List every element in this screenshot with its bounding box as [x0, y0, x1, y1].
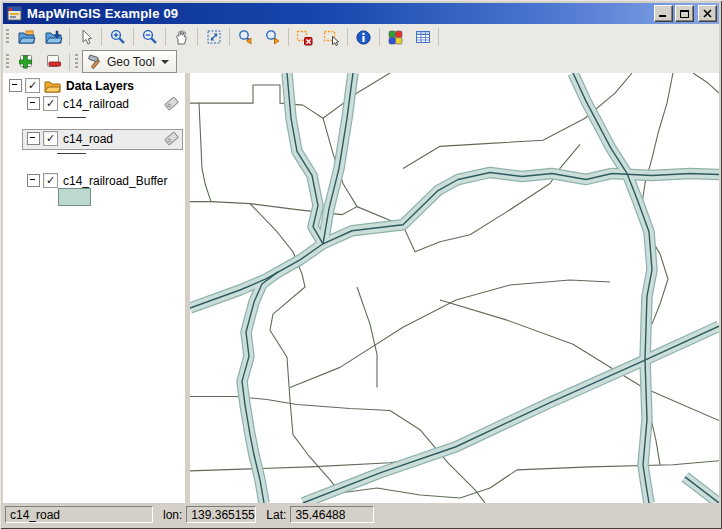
layers-tree-panel: ✓ Data Layers ✓ c14_railroad [3, 73, 185, 503]
tag-icon[interactable] [164, 131, 179, 146]
attribute-table-icon [415, 30, 431, 44]
main-toolbar [3, 24, 719, 51]
pan-button[interactable] [168, 26, 195, 48]
toolbar-separator [69, 28, 70, 46]
add-layer-button[interactable] [13, 51, 40, 73]
zoom-full-extent-icon [206, 29, 222, 45]
layer-label[interactable]: c14_railroad [63, 97, 129, 111]
toolbar-separator [69, 53, 70, 71]
close-button[interactable] [698, 5, 717, 22]
zoom-in-icon [110, 29, 126, 45]
layer-row-railroad-buffer[interactable]: ✓ c14_railroad_Buffer [27, 172, 183, 189]
chevron-down-icon [161, 60, 169, 64]
folder-icon [44, 79, 61, 93]
title-bar[interactable]: MapWinGIS Example 09 [3, 3, 719, 24]
toolbar-separator [197, 28, 198, 46]
toolbar-separator [347, 28, 348, 46]
toolbar-grip[interactable] [75, 54, 78, 70]
clear-selection-button[interactable] [291, 26, 318, 48]
app-window: MapWinGIS Example 09 [0, 0, 722, 529]
minimize-button[interactable] [654, 5, 673, 22]
pan-hand-icon [174, 29, 189, 45]
select-by-box-icon [323, 29, 340, 46]
zoom-full-extent-button[interactable] [200, 26, 227, 48]
remove-layer-button[interactable] [40, 51, 67, 73]
select-by-box-button[interactable] [318, 26, 345, 48]
lat-label: Lat: [266, 508, 286, 522]
railroad-line-symbol[interactable] [57, 117, 86, 118]
open-layer-button[interactable] [40, 26, 67, 48]
map-svg [190, 73, 719, 503]
status-bar: c14_road lon: 139.365155 Lat: 35.46488 [3, 503, 719, 526]
tree-root-label[interactable]: Data Layers [66, 79, 134, 93]
status-lon-panel: 139.365155 [186, 506, 256, 523]
root-checkbox[interactable]: ✓ [25, 78, 40, 93]
geo-tool-hammer-icon [87, 54, 103, 70]
maximize-button[interactable] [675, 5, 694, 22]
layer-row-railroad[interactable]: ✓ c14_railroad [27, 95, 179, 112]
toolbar-separator [438, 28, 439, 46]
attribute-table-button[interactable] [409, 26, 436, 48]
tree-root-row[interactable]: ✓ Data Layers [9, 77, 183, 94]
open-project-icon [18, 30, 36, 45]
geo-tool-label: Geo Tool [107, 55, 155, 69]
geo-tool-dropdown[interactable]: Geo Tool [82, 50, 177, 73]
toolbar-separator [379, 28, 380, 46]
add-layer-icon [19, 54, 35, 70]
toolbar-separator [133, 28, 134, 46]
zoom-previous-button[interactable] [232, 26, 259, 48]
legend-colors-button[interactable] [382, 26, 409, 48]
select-cursor-button[interactable] [72, 26, 99, 48]
layer-label[interactable]: c14_road [63, 132, 113, 146]
remove-layer-icon [46, 54, 62, 70]
select-cursor-icon [80, 29, 92, 45]
identify-info-icon [356, 30, 371, 45]
zoom-out-button[interactable] [136, 26, 163, 48]
layer-checkbox[interactable]: ✓ [43, 96, 58, 111]
lat-value: 35.46488 [295, 508, 345, 522]
minimize-icon [659, 9, 668, 18]
toolbar-separator [288, 28, 289, 46]
close-icon [703, 9, 712, 18]
toolbar-separator [101, 28, 102, 46]
zoom-next-icon [264, 29, 281, 45]
clear-selection-icon [296, 29, 313, 46]
layer-checkbox[interactable]: ✓ [43, 131, 58, 146]
collapse-icon[interactable] [27, 97, 40, 110]
collapse-icon[interactable] [27, 132, 40, 145]
app-icon [7, 6, 23, 22]
status-lat-panel: 35.46488 [290, 506, 374, 523]
map-viewport[interactable] [190, 73, 719, 503]
status-layer-panel: c14_road [5, 506, 153, 523]
zoom-next-button[interactable] [259, 26, 286, 48]
buffer-fill-symbol[interactable] [58, 188, 91, 206]
open-layer-icon [45, 30, 63, 45]
layer-checkbox[interactable]: ✓ [43, 173, 58, 188]
legend-colors-icon [388, 30, 403, 45]
toolbar-separator [165, 28, 166, 46]
status-layer-name: c14_road [10, 508, 60, 522]
identify-button[interactable] [350, 26, 377, 48]
maximize-icon [680, 9, 689, 18]
window-title: MapWinGIS Example 09 [27, 6, 652, 21]
lon-value: 139.365155 [191, 508, 254, 522]
zoom-previous-icon [237, 29, 254, 45]
zoom-out-icon [142, 29, 158, 45]
collapse-icon[interactable] [9, 79, 22, 92]
geo-toolbar: Geo Tool [3, 50, 719, 74]
toolbar-grip[interactable] [6, 29, 9, 45]
collapse-icon[interactable] [27, 174, 40, 187]
road-line-symbol[interactable] [57, 153, 86, 154]
tag-icon[interactable] [164, 96, 179, 111]
layer-row-road[interactable]: ✓ c14_road [27, 130, 179, 147]
content-area: ✓ Data Layers ✓ c14_railroad [3, 73, 719, 503]
toolbar-separator [229, 28, 230, 46]
toolbar-grip[interactable] [6, 54, 9, 70]
open-project-button[interactable] [13, 26, 40, 48]
lon-label: lon: [163, 508, 182, 522]
zoom-in-button[interactable] [104, 26, 131, 48]
layer-label[interactable]: c14_railroad_Buffer [63, 174, 168, 188]
